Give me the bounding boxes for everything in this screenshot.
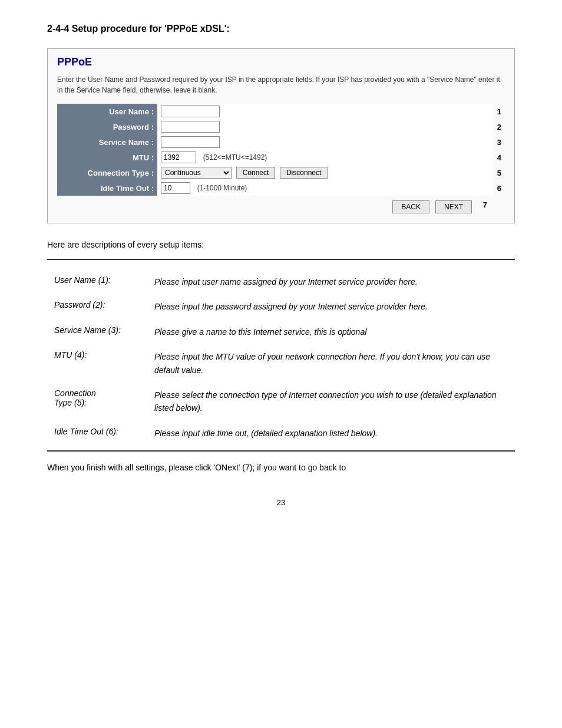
bottom-text: When you finish with all settings, pleas… (47, 461, 515, 474)
idletimeout-input[interactable] (161, 182, 190, 194)
disconnect-button[interactable]: Disconnect (280, 167, 328, 179)
desc-row-password: Password (2): Please input the password … (47, 294, 515, 319)
desc-row-connectiontype: ConnectionType (5): Please select the co… (47, 383, 515, 421)
form-table: User Name : 1 Password : 2 Service Name … (57, 104, 505, 196)
desc-def-password: Please input the password assigned by yo… (147, 294, 515, 319)
pppoe-description: Enter the User Name and Password require… (57, 74, 505, 95)
nav-buttons-row: BACK NEXT 7 (57, 200, 505, 213)
row-number-1: 1 (493, 104, 505, 119)
desc-term-mtu: MTU (4): (47, 344, 147, 383)
servicename-input[interactable] (161, 136, 220, 148)
desc-term-idletimeout: Idle Time Out (6): (47, 421, 147, 446)
desc-def-mtu: Please input the MTU value of your netwo… (147, 344, 515, 383)
table-row: MTU : (512<=MTU<=1492) 4 (57, 150, 505, 165)
connectiontype-input-cell: Continuous Connect On Demand Manual Conn… (157, 165, 493, 180)
bottom-divider (47, 450, 515, 452)
table-row: Idle Time Out : (1-1000 Minute) 6 (57, 180, 505, 196)
table-row: User Name : 1 (57, 104, 505, 119)
password-input[interactable] (161, 121, 220, 133)
desc-row-idletimeout: Idle Time Out (6): Please input idle tim… (47, 421, 515, 446)
idletimeout-label: Idle Time Out : (57, 180, 157, 196)
mtu-input-cell: (512<=MTU<=1492) (157, 150, 493, 165)
password-label: Password : (57, 119, 157, 134)
desc-term-connectiontype: ConnectionType (5): (47, 383, 147, 421)
password-input-cell (157, 119, 493, 134)
connectiontype-select[interactable]: Continuous Connect On Demand Manual (161, 167, 232, 179)
table-row: Connection Type : Continuous Connect On … (57, 165, 505, 180)
nav-number: 7 (475, 200, 487, 213)
desc-term-servicename: Service Name (3): (47, 319, 147, 344)
page-number: 23 (47, 498, 515, 507)
mtu-input[interactable] (161, 151, 196, 163)
desc-def-connectiontype: Please select the connection type of Int… (147, 383, 515, 421)
pppoe-box: PPPoE Enter the User Name and Password r… (47, 48, 515, 223)
desc-row-username: User Name (1): Please input user name as… (47, 269, 515, 294)
idletimeout-hint: (1-1000 Minute) (197, 184, 247, 192)
next-button[interactable]: NEXT (435, 200, 472, 213)
connect-button[interactable]: Connect (236, 167, 276, 179)
desc-row-mtu: MTU (4): Please input the MTU value of y… (47, 344, 515, 383)
descriptions-label: Here are descriptions of every setup ite… (47, 240, 515, 249)
back-button[interactable]: BACK (392, 200, 429, 213)
pppoe-header: PPPoE (57, 56, 505, 68)
desc-row-servicename: Service Name (3): Please give a name to … (47, 319, 515, 344)
row-number-6: 6 (493, 180, 505, 196)
connectiontype-label: Connection Type : (57, 165, 157, 180)
desc-def-idletimeout: Please input idle time out, (detailed ex… (147, 421, 515, 446)
mtu-hint: (512<=MTU<=1492) (203, 153, 267, 162)
username-label: User Name : (57, 104, 157, 119)
row-number-2: 2 (493, 119, 505, 134)
servicename-label: Service Name : (57, 134, 157, 150)
idletimeout-input-cell: (1-1000 Minute) (157, 180, 493, 196)
desc-term-username: User Name (1): (47, 269, 147, 294)
page-title: 2-4-4 Setup procedure for 'PPPoE xDSL': (47, 24, 515, 34)
row-number-4: 4 (493, 150, 505, 165)
row-number-3: 3 (493, 134, 505, 150)
top-divider (47, 259, 515, 260)
description-table: User Name (1): Please input user name as… (47, 269, 515, 446)
desc-def-username: Please input user name assigned by your … (147, 269, 515, 294)
table-row: Service Name : 3 (57, 134, 505, 150)
username-input-cell (157, 104, 493, 119)
mtu-label: MTU : (57, 150, 157, 165)
desc-def-servicename: Please give a name to this Internet serv… (147, 319, 515, 344)
row-number-5: 5 (493, 165, 505, 180)
table-row: Password : 2 (57, 119, 505, 134)
username-input[interactable] (161, 106, 220, 117)
servicename-input-cell (157, 134, 493, 150)
desc-term-password: Password (2): (47, 294, 147, 319)
